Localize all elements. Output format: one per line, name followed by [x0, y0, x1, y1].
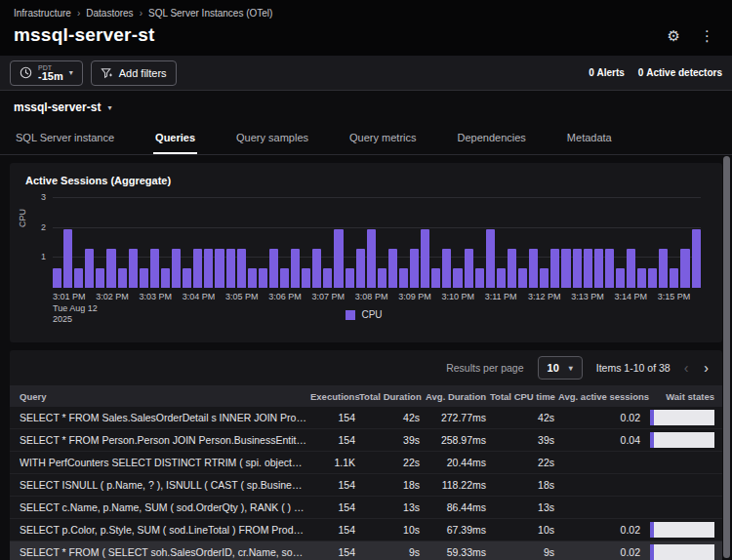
- column-header-avg-duration[interactable]: Avg. Duration: [424, 391, 486, 402]
- more-options-kebab-icon[interactable]: ⋮: [700, 28, 714, 43]
- column-header-wait-states[interactable]: Wait states: [644, 391, 714, 402]
- cpu-bar[interactable]: [150, 249, 159, 288]
- cpu-bar[interactable]: [497, 268, 506, 288]
- cpu-bar[interactable]: [53, 268, 61, 288]
- column-header-total-duration[interactable]: Total Duration: [359, 391, 420, 402]
- cpu-bar[interactable]: [410, 249, 419, 288]
- cpu-bar[interactable]: [106, 249, 115, 288]
- cpu-bar[interactable]: [302, 268, 310, 288]
- tab-sql-server-instance[interactable]: SQL Server instance: [14, 122, 116, 154]
- cpu-bar[interactable]: [388, 249, 397, 288]
- cpu-bar[interactable]: [346, 268, 354, 288]
- cpu-bar[interactable]: [129, 249, 138, 288]
- column-header-query[interactable]: Query: [20, 391, 306, 402]
- cpu-bar[interactable]: [237, 249, 246, 288]
- cpu-bar[interactable]: [172, 249, 181, 288]
- query-text-cell[interactable]: WITH PerfCounters SELECT DISTINCT RTRIM …: [20, 457, 306, 468]
- cpu-bar[interactable]: [550, 249, 559, 288]
- cpu-bar[interactable]: [637, 268, 646, 288]
- cpu-bar[interactable]: [269, 249, 278, 288]
- cpu-bar[interactable]: [680, 249, 689, 288]
- cpu-bar[interactable]: [475, 268, 484, 288]
- table-row[interactable]: SELECT * FROM ( SELECT soh.SalesOrderID,…: [10, 541, 722, 560]
- cpu-bar[interactable]: [442, 249, 451, 288]
- cpu-bar[interactable]: [573, 249, 582, 288]
- column-header-executions[interactable]: Executions: [310, 391, 355, 402]
- cpu-bar[interactable]: [670, 268, 678, 288]
- cpu-bar[interactable]: [96, 268, 104, 288]
- cpu-bar[interactable]: [605, 249, 614, 288]
- cpu-bar[interactable]: [183, 268, 191, 288]
- cpu-bar[interactable]: [74, 268, 83, 288]
- column-header-total-cpu-time[interactable]: Total CPU time: [490, 391, 554, 402]
- cpu-bar[interactable]: [486, 229, 495, 288]
- cpu-bar[interactable]: [85, 249, 94, 288]
- settings-gear-icon[interactable]: ⚙: [668, 28, 680, 43]
- cpu-bar[interactable]: [453, 268, 462, 288]
- cpu-bar[interactable]: [63, 229, 72, 288]
- cpu-bar[interactable]: [259, 268, 267, 288]
- cpu-bar[interactable]: [431, 268, 440, 288]
- cpu-bar[interactable]: [193, 249, 202, 288]
- chart-plot-area[interactable]: 123: [53, 198, 701, 288]
- cpu-bar[interactable]: [334, 229, 343, 288]
- active-detectors-count[interactable]: 0 Active detectors: [638, 67, 722, 78]
- scrollbar-thumb[interactable]: [723, 156, 730, 558]
- alerts-count[interactable]: 0 Alerts: [589, 67, 625, 78]
- cpu-bar[interactable]: [204, 249, 213, 288]
- tab-dependencies[interactable]: Dependencies: [456, 122, 528, 154]
- tab-query-samples[interactable]: Query samples: [234, 122, 310, 154]
- cpu-bar[interactable]: [378, 268, 386, 288]
- query-text-cell[interactable]: SELECT ISNULL ( p.Name, ? ), ISNULL ( CA…: [20, 479, 306, 491]
- entity-selector[interactable]: mssql-server-st ▾: [0, 91, 732, 118]
- results-per-page-select[interactable]: 10 ▾: [538, 356, 583, 380]
- cpu-bar[interactable]: [692, 229, 701, 288]
- cpu-bar[interactable]: [616, 268, 625, 288]
- tab-queries[interactable]: Queries: [153, 122, 197, 154]
- cpu-bar[interactable]: [118, 268, 127, 288]
- cpu-bar[interactable]: [648, 268, 657, 288]
- cpu-bar[interactable]: [161, 268, 170, 288]
- cpu-bar[interactable]: [421, 229, 429, 288]
- cpu-bar[interactable]: [659, 249, 668, 288]
- wait-states-bar[interactable]: [650, 410, 714, 425]
- query-text-cell[interactable]: SELECT * FROM Person.Person JOIN Person.…: [20, 434, 306, 446]
- cpu-bar[interactable]: [312, 249, 321, 288]
- scrollbar-track[interactable]: [721, 86, 732, 560]
- cpu-bar[interactable]: [508, 249, 516, 288]
- next-page-icon[interactable]: ›: [704, 360, 709, 376]
- cpu-bar[interactable]: [584, 249, 592, 288]
- wait-states-bar[interactable]: [650, 432, 714, 448]
- cpu-bar[interactable]: [540, 268, 549, 288]
- chart-legend[interactable]: CPU: [20, 309, 709, 320]
- time-picker-button[interactable]: PDT -15m ▾: [10, 60, 83, 86]
- table-row[interactable]: SELECT * FROM Sales.SalesOrderDetail s I…: [10, 407, 722, 429]
- previous-page-icon[interactable]: ‹: [684, 360, 689, 376]
- cpu-bar[interactable]: [140, 268, 148, 288]
- cpu-bar[interactable]: [226, 249, 235, 288]
- breadcrumb-item[interactable]: SQL Server Instances (OTel): [148, 8, 272, 19]
- cpu-bar[interactable]: [465, 249, 473, 288]
- cpu-bar[interactable]: [248, 268, 257, 288]
- cpu-bar[interactable]: [215, 249, 224, 288]
- cpu-bar[interactable]: [399, 268, 408, 288]
- breadcrumb-item[interactable]: Datastores: [86, 8, 133, 19]
- tab-metadata[interactable]: Metadata: [565, 122, 614, 154]
- table-row[interactable]: WITH PerfCounters SELECT DISTINCT RTRIM …: [10, 452, 722, 474]
- wait-states-bar[interactable]: [650, 544, 714, 560]
- cpu-bar[interactable]: [291, 249, 300, 288]
- column-header-avg-active-sessions[interactable]: Avg. active sessions: [558, 391, 640, 402]
- cpu-bar[interactable]: [627, 249, 635, 288]
- cpu-bar[interactable]: [280, 268, 289, 288]
- add-filters-button[interactable]: Add filters: [91, 60, 177, 86]
- query-text-cell[interactable]: SELECT c.Name, p.Name, SUM ( sod.OrderQt…: [20, 501, 306, 513]
- cpu-bar[interactable]: [594, 249, 603, 288]
- cpu-bar[interactable]: [356, 249, 365, 288]
- breadcrumb-item[interactable]: Infrastructure: [14, 8, 71, 19]
- cpu-bar[interactable]: [323, 268, 332, 288]
- cpu-bar[interactable]: [529, 249, 538, 288]
- cpu-bar[interactable]: [367, 229, 376, 288]
- cpu-bar[interactable]: [518, 268, 527, 288]
- query-text-cell[interactable]: SELECT p.Color, p.Style, SUM ( sod.LineT…: [20, 524, 306, 536]
- table-row[interactable]: SELECT c.Name, p.Name, SUM ( sod.OrderQt…: [10, 497, 722, 519]
